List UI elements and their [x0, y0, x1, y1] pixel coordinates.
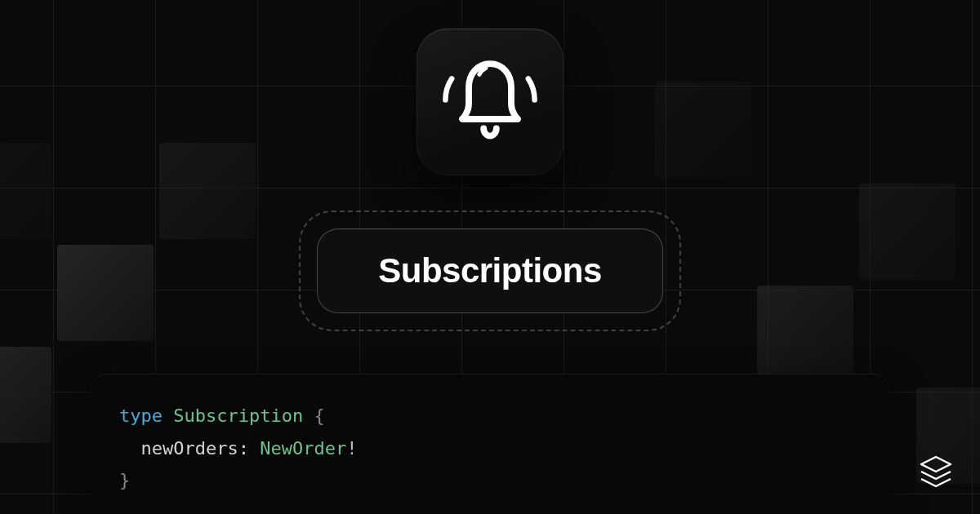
pill-button[interactable]: Subscriptions	[317, 228, 663, 313]
code-colon: :	[238, 438, 249, 459]
code-line-1: type Subscription {	[119, 400, 861, 432]
code-field-type: NewOrder	[260, 438, 346, 459]
code-bang: !	[346, 438, 357, 459]
stack-logo-icon	[916, 452, 956, 491]
code-line-2: newOrders: NewOrder!	[119, 432, 861, 465]
decor-tile	[757, 286, 853, 382]
decor-tile	[159, 143, 256, 239]
pill-outer-dashed: Subscriptions	[299, 210, 681, 331]
code-keyword: type	[119, 405, 163, 426]
code-typename: Subscription	[173, 405, 303, 426]
code-line-3: }	[119, 464, 861, 497]
decor-tile	[655, 82, 751, 178]
decor-tile	[859, 184, 956, 280]
code-open-brace: {	[314, 405, 324, 426]
code-close-brace: }	[119, 470, 130, 490]
code-panel: type Subscription { newOrders: NewOrder!…	[90, 374, 890, 514]
hero-icon-tile	[416, 29, 564, 175]
pill-label: Subscriptions	[378, 251, 602, 290]
decor-tile	[0, 347, 51, 443]
code-field-name: newOrders	[141, 438, 238, 459]
decor-tile	[0, 143, 51, 239]
bell-ringing-icon	[437, 49, 543, 155]
decor-tile	[57, 245, 154, 341]
